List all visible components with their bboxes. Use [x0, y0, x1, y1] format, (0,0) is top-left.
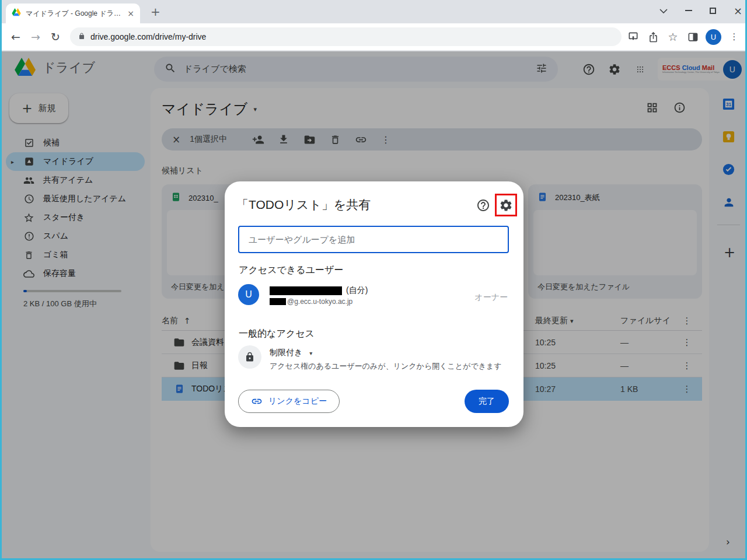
- chrome-menu-icon[interactable]: ⋮: [727, 30, 741, 44]
- new-tab-button[interactable]: +: [151, 6, 160, 18]
- url-bar[interactable]: drive.google.com/drive/my-drive: [70, 27, 622, 46]
- tab-title: マイドライブ - Google ドライブ: [26, 9, 123, 19]
- lock-icon: [245, 352, 255, 362]
- owner-name: (自分): [270, 285, 368, 296]
- add-people-input[interactable]: [238, 226, 509, 253]
- drive-page: ドライブ + 新規 候補 ▸ マイドライブ 共有アイテム 最近使用したアイテム …: [0, 51, 747, 560]
- back-icon[interactable]: ←: [6, 30, 26, 43]
- done-button[interactable]: 完了: [465, 390, 509, 413]
- browser-tab[interactable]: マイドライブ - Google ドライブ ×: [6, 4, 140, 23]
- done-label: 完了: [479, 396, 495, 407]
- lock-icon: [78, 32, 85, 42]
- window-maximize-button[interactable]: [710, 8, 716, 14]
- owner-avatar: U: [238, 284, 259, 305]
- browser-profile-avatar[interactable]: U: [706, 29, 721, 45]
- general-access-value: 制限付き: [270, 348, 302, 358]
- dropdown-caret-icon: ▾: [309, 350, 312, 356]
- owner-email-domain: @g.ecc.u-tokyo.ac.jp: [287, 298, 352, 306]
- drive-favicon: [12, 8, 21, 19]
- copy-link-button[interactable]: リンクをコピー: [238, 390, 340, 413]
- redacted-name: [270, 286, 342, 295]
- dialog-title: 「TODOリスト」を共有: [236, 197, 371, 213]
- reload-icon[interactable]: ↻: [46, 30, 65, 43]
- url-text: drive.google.com/drive/my-drive: [90, 32, 206, 41]
- tab-close-icon[interactable]: ×: [127, 9, 134, 18]
- window-close-button[interactable]: ×: [734, 5, 742, 17]
- share-icon[interactable]: [646, 30, 660, 44]
- side-panel-icon[interactable]: [686, 30, 700, 44]
- bookmark-star-icon[interactable]: ☆: [666, 30, 680, 44]
- owner-role-label: オーナー: [474, 292, 508, 303]
- window-minimize-button[interactable]: [685, 10, 692, 11]
- browser-tab-bar: マイドライブ - Google ドライブ × + ×: [0, 0, 747, 23]
- install-icon[interactable]: [626, 30, 640, 44]
- general-access-dropdown[interactable]: 制限付き ▾: [270, 348, 312, 358]
- access-users-heading: アクセスできるユーザー: [239, 264, 343, 276]
- general-access-description: アクセス権のあるユーザーのみが、リンクから開くことができます: [270, 361, 502, 372]
- link-icon: [251, 396, 263, 407]
- browser-toolbar: ← → ↻ drive.google.com/drive/my-drive ☆ …: [0, 23, 747, 51]
- annotation-highlight-box: [495, 194, 517, 216]
- share-dialog: 「TODOリスト」を共有 アクセスできるユーザー U (自分) @g.ecc.u…: [225, 181, 523, 427]
- forward-icon[interactable]: →: [26, 30, 46, 43]
- restricted-lock-badge: [238, 345, 261, 369]
- tab-search-icon[interactable]: [659, 5, 668, 16]
- redacted-email-local: [270, 298, 286, 305]
- owner-email: @g.ecc.u-tokyo.ac.jp: [270, 298, 352, 306]
- dialog-help-icon[interactable]: [476, 198, 490, 212]
- general-access-heading: 一般的なアクセス: [239, 328, 315, 340]
- copy-link-label: リンクをコピー: [268, 396, 327, 407]
- owner-self-label: (自分): [346, 285, 368, 296]
